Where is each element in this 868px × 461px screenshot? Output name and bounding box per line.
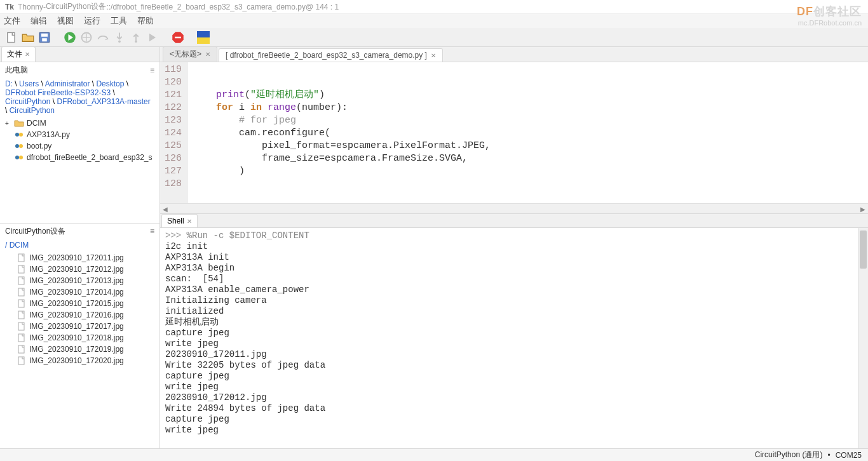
menu-run[interactable]: 运行 xyxy=(84,15,100,27)
breadcrumb-link[interactable]: Users xyxy=(19,79,39,88)
breadcrumb-link[interactable]: D: xyxy=(5,79,13,88)
tree-item[interactable]: IMG_20230910_172012.jpg xyxy=(3,264,157,275)
hamburger-icon[interactable]: ≡ xyxy=(150,66,154,75)
shell-line: 20230910_172012.jpg xyxy=(165,392,863,403)
svg-rect-18 xyxy=(18,254,24,262)
resume-button[interactable] xyxy=(146,31,159,44)
svg-rect-19 xyxy=(18,265,24,273)
title-device: CircuitPython设备 xyxy=(46,1,106,12)
shell-line: capture jpeg xyxy=(165,328,863,338)
tree-item[interactable]: AXP313A.py xyxy=(3,129,157,140)
step-into-button[interactable] xyxy=(113,31,126,44)
editor-tab-main[interactable]: [ dfrobot_fireBeetle_2_board_esp32_s3_ca… xyxy=(219,48,443,62)
close-icon[interactable]: ✕ xyxy=(431,52,436,59)
svg-rect-20 xyxy=(18,277,24,284)
file-icon xyxy=(17,287,27,297)
svg-rect-2 xyxy=(41,33,48,36)
tree-item[interactable]: boot.py xyxy=(3,140,157,152)
shell-tab[interactable]: Shell ✕ xyxy=(161,214,198,227)
step-over-button[interactable] xyxy=(97,31,109,44)
tree-item-label: IMG_20230910_172014.jpg xyxy=(29,288,124,297)
tree-item[interactable]: IMG_20230910_172013.jpg xyxy=(3,275,157,286)
tree-item[interactable]: +DCIM xyxy=(3,117,157,129)
svg-rect-23 xyxy=(18,311,24,319)
breadcrumb-link[interactable]: Desktop xyxy=(96,79,124,88)
code-editor[interactable]: 119120121122123124125126127128 print("延时… xyxy=(160,62,868,203)
stop-button[interactable] xyxy=(172,31,184,44)
menu-help[interactable]: 帮助 xyxy=(137,15,154,27)
breadcrumb-link[interactable]: DFRobot_AXP313A-master xyxy=(57,97,150,106)
file-icon xyxy=(17,356,27,366)
tree-item[interactable]: IMG_20230910_172011.jpg xyxy=(3,252,157,264)
svg-point-16 xyxy=(15,156,19,159)
breadcrumb-link[interactable]: CircuitPython xyxy=(5,97,50,106)
device-tree: IMG_20230910_172011.jpgIMG_20230910_1720… xyxy=(0,251,159,448)
expander-icon[interactable]: + xyxy=(5,120,11,127)
svg-rect-26 xyxy=(18,345,24,353)
tree-item[interactable]: IMG_20230910_172015.jpg xyxy=(3,298,157,309)
menu-tools[interactable]: 工具 xyxy=(111,15,127,27)
debug-button[interactable] xyxy=(80,31,93,44)
scroll-left-icon[interactable]: ◀ xyxy=(160,204,170,214)
tree-item[interactable]: IMG_20230910_172019.jpg xyxy=(3,344,157,355)
tree-item[interactable]: IMG_20230910_172018.jpg xyxy=(3,332,157,344)
editor-hscroll[interactable]: ◀ ▶ xyxy=(160,203,868,213)
breadcrumb-link[interactable]: Administrator xyxy=(45,79,90,88)
tree-item[interactable]: IMG_20230910_172020.jpg xyxy=(3,355,157,366)
tree-item[interactable]: IMG_20230910_172017.jpg xyxy=(3,321,157,332)
tree-item-label: IMG_20230910_172011.jpg xyxy=(29,253,124,262)
shell-output[interactable]: >>> %Run -c $EDITOR_CONTENT i2c initAXP3… xyxy=(160,228,868,448)
tree-item[interactable]: IMG_20230910_172014.jpg xyxy=(3,286,157,298)
tree-item-label: IMG_20230910_172016.jpg xyxy=(29,311,124,319)
folder-icon xyxy=(14,118,24,128)
line-gutter: 119120121122123124125126127128 xyxy=(160,62,188,203)
step-out-button[interactable] xyxy=(130,31,142,44)
ukraine-flag-icon[interactable] xyxy=(197,31,210,44)
device-path[interactable]: / DCIM xyxy=(0,239,159,251)
breadcrumb-link[interactable]: CircuitPython xyxy=(10,106,55,115)
breadcrumb-link[interactable]: DFRobot FireBeetle-ESP32-S3 xyxy=(5,88,111,97)
close-icon[interactable]: ✕ xyxy=(205,51,210,58)
status-port[interactable]: COM25 xyxy=(836,451,862,460)
file-icon xyxy=(17,321,27,331)
svg-rect-24 xyxy=(18,323,24,330)
tree-item-label: AXP313A.py xyxy=(27,130,70,139)
tree-item-label: IMG_20230910_172013.jpg xyxy=(29,276,124,285)
svg-rect-0 xyxy=(8,32,15,42)
run-button[interactable] xyxy=(64,31,76,44)
svg-point-7 xyxy=(135,40,137,43)
shell-vscroll[interactable] xyxy=(858,228,868,448)
menu-view[interactable]: 视图 xyxy=(57,15,74,27)
svg-point-12 xyxy=(15,133,19,137)
svg-rect-22 xyxy=(18,300,24,307)
code-content[interactable]: print("延时相机启动") for i in range(number): … xyxy=(188,62,868,203)
shell-line: AXP313A begin xyxy=(165,263,863,274)
files-tab[interactable]: 文件 ✕ xyxy=(1,47,36,62)
hamburger-icon[interactable]: ≡ xyxy=(150,227,154,236)
save-button[interactable] xyxy=(38,31,51,44)
tree-item-label: IMG_20230910_172012.jpg xyxy=(29,265,124,274)
editor-tab-untitled[interactable]: <无标题> ✕ xyxy=(163,47,217,62)
status-backend[interactable]: CircuitPython (通用) xyxy=(755,450,823,460)
python-icon xyxy=(14,152,24,163)
toolbar xyxy=(0,28,868,47)
svg-point-14 xyxy=(15,144,19,148)
tree-item[interactable]: IMG_20230910_172016.jpg xyxy=(3,309,157,321)
close-icon[interactable]: ✕ xyxy=(187,218,192,225)
menu-bar: 文件 编辑 视图 运行 工具 帮助 xyxy=(0,14,868,28)
title-path: /dfrobot_fireBeetle_2_board_esp32_s3_cam… xyxy=(111,3,306,11)
scroll-right-icon[interactable]: ▶ xyxy=(858,204,868,214)
new-file-button[interactable] xyxy=(5,31,18,44)
device-label: CircuitPython设备 xyxy=(5,226,65,237)
tree-item[interactable]: dfrobot_fireBeetle_2_board_esp32_s xyxy=(3,152,157,163)
shell-line: Write 24894 bytes of jpeg data xyxy=(165,403,863,414)
tree-item-label: IMG_20230910_172018.jpg xyxy=(29,333,124,342)
open-file-button[interactable] xyxy=(22,31,34,44)
close-icon[interactable]: ✕ xyxy=(25,51,30,58)
menu-file[interactable]: 文件 xyxy=(4,15,20,27)
file-icon xyxy=(17,310,27,320)
svg-rect-3 xyxy=(42,38,47,41)
menu-edit[interactable]: 编辑 xyxy=(31,15,47,27)
status-bar: CircuitPython (通用) • COM25 xyxy=(0,448,868,461)
file-icon xyxy=(17,264,27,274)
